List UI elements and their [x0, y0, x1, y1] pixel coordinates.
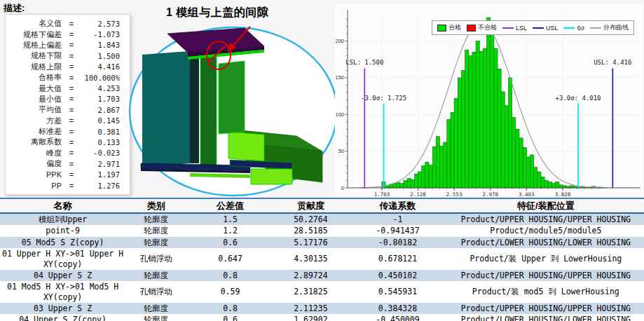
stat-label: 规格下偏差 [7, 29, 62, 40]
stat-row: 合格率=100.000% [7, 72, 128, 83]
cell-type: 轮廓度 [125, 213, 186, 225]
cell-name: 模组到Upper [0, 213, 125, 225]
legend-swatch-line [502, 27, 514, 29]
table-row[interactable]: 01 Upper H XY->01 Upper H XY(copy)孔销浮动0.… [0, 248, 644, 270]
cell-tol: 0.6 [187, 314, 274, 321]
legend-label: 分布曲线 [603, 23, 629, 32]
3d-model-graphic [128, 15, 340, 198]
stat-label: 偏度 [7, 158, 62, 169]
stat-row: 规格上偏差=1.843 [7, 40, 128, 50]
stat-value: 100.000% [81, 74, 128, 82]
stat-equals: = [62, 116, 81, 125]
stat-value: 1.500 [81, 52, 128, 60]
stat-equals: = [62, 95, 81, 103]
legend-item: 分布曲线 [590, 23, 629, 32]
cell-feature: Product/装 Upper 到 LowerHousing [448, 248, 644, 270]
lower-housing-step [228, 132, 264, 161]
legend-label: LSL [516, 25, 527, 32]
column-header: 类别 [125, 198, 186, 213]
stat-label: 最大值 [7, 83, 62, 94]
stat-label: 规格上限 [7, 62, 62, 72]
legend-label: 合格 [448, 23, 461, 32]
stat-label: 离散系数 [7, 137, 62, 147]
stat-value: 2.573 [81, 20, 128, 28]
table-row[interactable]: 模组到Upper轮廓度1.550.2764-1Product/UPPER HOU… [0, 213, 644, 225]
stat-row: 规格下限=1.500 [7, 50, 128, 61]
stat-row: 标准差=0.381 [7, 126, 128, 137]
svg-text:100: 100 [335, 111, 344, 118]
stat-label: 平均值 [7, 104, 62, 115]
stat-row: 方差=0.145 [7, 116, 128, 126]
3d-viewport[interactable] [128, 15, 340, 198]
cell-type: 孔销浮动 [125, 248, 186, 270]
svg-text:1.703: 1.703 [374, 191, 390, 198]
stat-label: PP [7, 182, 62, 190]
legend-swatch-line [590, 27, 601, 29]
stat-equals: = [62, 149, 81, 157]
svg-text:2.128: 2.128 [410, 191, 426, 198]
legend-item: 合格 [437, 23, 461, 32]
stat-equals: = [62, 30, 81, 39]
cell-coef: -0.941437 [348, 225, 447, 236]
cell-coef: 0.384328 [348, 303, 447, 314]
column-header: 传递系数 [348, 198, 447, 213]
stat-equals: = [62, 20, 81, 28]
stat-equals: = [62, 52, 81, 60]
stat-equals: = [62, 41, 81, 49]
svg-text:USL: 4.416: USL: 4.416 [594, 59, 631, 66]
stat-label: 标准差 [7, 126, 62, 137]
cell-contrib: 5.17176 [274, 237, 348, 248]
cell-feature: Product/module5/module5 [448, 225, 644, 236]
table-row[interactable]: 04 Upper S Z(copy)轮廓度0.61.62902-0.450009… [0, 314, 644, 321]
legend-label: 6σ [577, 25, 584, 32]
cell-type: 孔销浮动 [125, 281, 186, 303]
chart-legend: 合格不合格LSLUSL6σ分布曲线 [432, 20, 634, 35]
stat-equals: = [62, 74, 81, 82]
column-header: 特征/装配位置 [448, 198, 644, 213]
svg-text:-3.0σ: 1.725: -3.0σ: 1.725 [361, 95, 406, 102]
table-row[interactable]: 05 Mod5 S Z(copy)轮廓度0.65.17176-0.80182Pr… [0, 237, 644, 248]
cell-name: 04 Upper S Z [0, 270, 125, 281]
svg-text:LSL: 1.500: LSL: 1.500 [345, 59, 383, 66]
stat-label: 方差 [7, 116, 62, 126]
stat-row: 名义值=2.573 [7, 18, 128, 29]
svg-text:50: 50 [338, 148, 344, 154]
legend-item: 6σ [563, 25, 584, 32]
stat-label: 合格率 [7, 72, 62, 83]
svg-text:0: 0 [341, 185, 344, 191]
cell-contrib: 28.5185 [274, 225, 348, 236]
table-row[interactable]: 01 Mod5 H XY->01 Mod5 H XY(copy)孔销浮动0.59… [0, 281, 644, 303]
stat-label: 峰度 [7, 148, 62, 158]
stat-label: 名义值 [7, 18, 62, 29]
stat-value: 0.381 [81, 128, 128, 136]
legend-swatch-line [563, 27, 575, 29]
column-header: 公差值 [187, 198, 274, 213]
cell-contrib: 1.62902 [274, 314, 348, 321]
cell-coef: -0.450009 [348, 314, 447, 321]
cell-tol: 0.59 [187, 281, 274, 303]
svg-text:3.828: 3.828 [555, 191, 571, 198]
cell-type: 轮廓度 [125, 225, 186, 236]
legend-label: USL [546, 25, 559, 32]
green-column [219, 61, 245, 134]
cat-analysis-window: 描述: 名义值=2.573规格下偏差=-1.073规格上偏差=1.843规格下限… [0, 0, 644, 321]
cell-name: 01 Mod5 H XY->01 Mod5 H XY(copy) [0, 281, 125, 303]
stat-row: 峰度=-0.023 [7, 148, 128, 158]
stat-value: -0.023 [81, 149, 128, 157]
stat-value: 1.276 [81, 182, 128, 190]
cell-contrib: 2.11235 [274, 303, 348, 314]
stat-equals: = [62, 128, 81, 136]
stat-equals: = [62, 138, 81, 146]
stat-value: 4.253 [81, 84, 128, 93]
cell-type: 轮廓度 [125, 303, 186, 314]
cell-name: 01 Upper H XY->01 Upper H XY(copy) [0, 248, 125, 270]
table-row[interactable]: 04 Upper S Z轮廓度0.82.897240.450102Product… [0, 270, 644, 281]
table-row[interactable]: point-9轮廓度1.228.5185-0.941437Product/mod… [0, 225, 644, 236]
stat-equals: = [62, 160, 81, 168]
cell-coef: 0.545931 [348, 281, 447, 303]
cell-name: 05 Mod5 S Z(copy) [0, 237, 125, 248]
svg-text:3.403: 3.403 [519, 191, 535, 198]
stat-row: PP=1.276 [7, 180, 128, 191]
legend-label: 不合格 [478, 23, 497, 32]
table-row[interactable]: 03 Upper S Z轮廓度0.82.112350.384328Product… [0, 303, 644, 314]
